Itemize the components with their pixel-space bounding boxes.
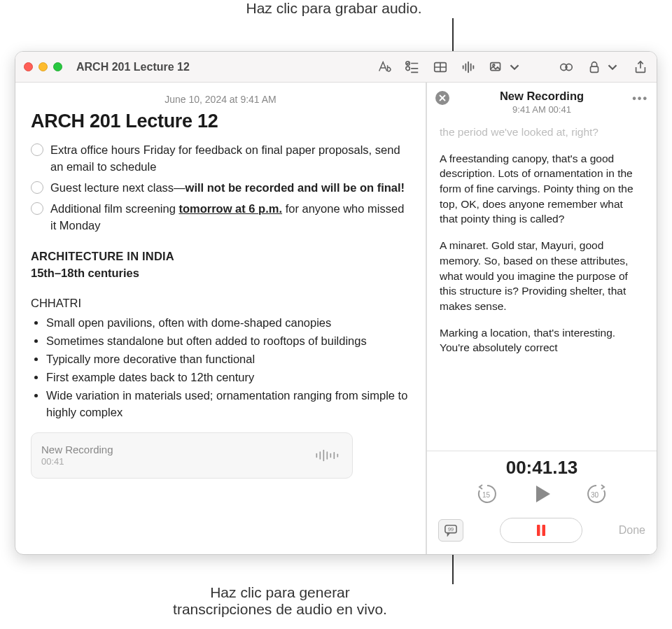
record-audio-button[interactable] <box>461 59 476 75</box>
done-button[interactable]: Done <box>619 524 645 537</box>
transcript-paragraph: A freestanding canopy, that's a good des… <box>440 151 644 227</box>
callout-line <box>452 18 454 53</box>
svg-rect-32 <box>542 525 545 536</box>
checklist-item[interactable]: Additional film screening tomorrow at 6 … <box>31 201 410 234</box>
recording-attachment[interactable]: New Recording 00:41 <box>31 432 353 479</box>
note-timestamp: June 10, 2024 at 9:41 AM <box>31 94 410 105</box>
recording-name: New Recording <box>41 443 306 457</box>
list-item: Sometimes standalone but often added to … <box>46 333 410 350</box>
callout-line <box>452 553 454 584</box>
note-title: ARCH 201 Lecture 12 <box>31 111 410 132</box>
list-item: Typically more decorative than functiona… <box>46 351 410 368</box>
callout-text: transcripciones de audio en vivo. <box>140 601 420 618</box>
app-window: ARCH 201 Lecture 12 <box>15 51 657 555</box>
list-item: Small open pavilions, often with dome-sh… <box>46 315 410 332</box>
checkbox-icon[interactable] <box>31 202 43 215</box>
skip-back-button[interactable]: 15 <box>476 483 498 508</box>
close-panel-button[interactable] <box>435 91 449 105</box>
media-menu-chevron-icon[interactable] <box>507 59 522 75</box>
callout-text: Haz clic para grabar audio. <box>246 0 422 16</box>
text: Additional film screening <box>50 202 178 215</box>
share-button[interactable] <box>633 59 648 75</box>
text: Guest lecture next class— <box>50 181 186 194</box>
more-options-button[interactable]: ••• <box>632 92 648 105</box>
svg-rect-17 <box>591 66 598 72</box>
section-heading: CHHATRI <box>31 295 410 312</box>
lock-button[interactable] <box>587 59 602 75</box>
callout-text: Haz clic para generar <box>140 584 420 601</box>
transcript-paragraph: Marking a location, that's interesting. … <box>440 325 644 355</box>
recording-duration: 00:41 <box>41 456 306 468</box>
callout-record-audio: Haz clic para grabar audio. <box>229 0 439 17</box>
waveform-icon <box>314 446 342 465</box>
recording-panel-header: New Recording 9:41 AM 00:41 ••• <box>427 83 657 118</box>
text-bold: will not be recorded and will be on fina… <box>186 181 405 194</box>
content-area: June 10, 2024 at 9:41 AM ARCH 201 Lectur… <box>15 83 657 554</box>
media-button[interactable] <box>489 59 504 75</box>
play-button[interactable] <box>531 483 553 508</box>
svg-text:99: 99 <box>448 526 454 532</box>
checklist-text: Extra office hours Friday for feedback o… <box>50 142 410 176</box>
checkbox-icon[interactable] <box>31 181 43 194</box>
titlebar: ARCH 201 Lecture 12 <box>15 52 657 83</box>
svg-text:15: 15 <box>482 491 491 499</box>
minimize-window-button[interactable] <box>38 62 48 71</box>
transcript-area[interactable]: the period we've looked at, right? A fre… <box>427 118 657 451</box>
svg-text:30: 30 <box>591 491 599 499</box>
recording-title: New Recording <box>435 90 648 103</box>
link-button[interactable] <box>559 59 574 75</box>
svg-point-2 <box>406 66 410 71</box>
player-controls: 00:41.13 15 30 99 <box>427 451 657 554</box>
svg-rect-31 <box>537 525 540 536</box>
callout-transcription: Haz clic para generar transcripciones de… <box>140 584 420 618</box>
skip-forward-button[interactable]: 30 <box>585 483 608 508</box>
transcript-paragraph: A minaret. Gold star, Mayuri, good memor… <box>440 238 644 313</box>
recording-panel: New Recording 9:41 AM 00:41 ••• the peri… <box>426 83 657 554</box>
list-item: Wide variation in materials used; orname… <box>46 388 410 421</box>
table-button[interactable] <box>433 59 448 75</box>
window-controls <box>24 62 62 71</box>
transcript-line-faded: the period we've looked at, right? <box>440 125 644 140</box>
toolbar <box>377 59 648 75</box>
pause-recording-button[interactable] <box>500 518 582 543</box>
bullet-list: Small open pavilions, often with dome-sh… <box>46 315 410 421</box>
close-window-button[interactable] <box>24 62 33 71</box>
checklist-text: Guest lecture next class—will not be rec… <box>50 180 405 197</box>
checklist-text: Additional film screening tomorrow at 6 … <box>50 201 410 234</box>
transcription-toggle-button[interactable]: 99 <box>438 519 463 542</box>
section-heading: ARCHITECTURE IN INDIA <box>31 248 410 265</box>
section-subheading: 15th–18th centuries <box>31 265 410 282</box>
zoom-window-button[interactable] <box>53 62 62 71</box>
text-bold-underline: tomorrow at 6 p.m. <box>178 202 282 215</box>
elapsed-time: 00:41.13 <box>438 457 645 479</box>
checklist-item[interactable]: Extra office hours Friday for feedback o… <box>31 142 410 176</box>
checklist: Extra office hours Friday for feedback o… <box>31 142 410 234</box>
window-title: ARCH 201 Lecture 12 <box>76 61 190 73</box>
format-button[interactable] <box>377 59 392 75</box>
checklist-button[interactable] <box>405 59 420 75</box>
recording-subtitle: 9:41 AM 00:41 <box>435 104 648 115</box>
checkbox-icon[interactable] <box>31 143 43 156</box>
checklist-item[interactable]: Guest lecture next class—will not be rec… <box>31 180 410 197</box>
list-item: First example dates back to 12th century <box>46 369 410 386</box>
lock-menu-chevron-icon[interactable] <box>605 59 620 75</box>
note-body[interactable]: June 10, 2024 at 9:41 AM ARCH 201 Lectur… <box>15 83 426 554</box>
